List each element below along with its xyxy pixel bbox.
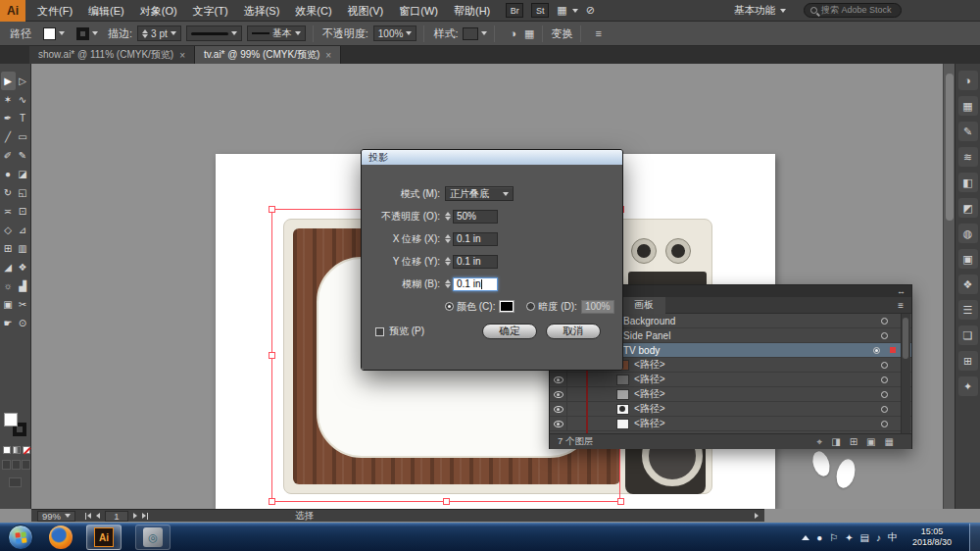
target-icon[interactable]	[881, 362, 888, 369]
dock-symbols-icon[interactable]: ❖	[958, 275, 978, 294]
layer-row-path[interactable]: <路径>	[550, 387, 911, 402]
color-radio[interactable]	[445, 302, 454, 311]
fill-color-swatch[interactable]	[4, 413, 18, 426]
target-icon[interactable]	[881, 406, 888, 413]
dock-color-guide-icon[interactable]: ▦	[958, 96, 978, 116]
show-desktop-button[interactable]	[969, 524, 980, 551]
tab-artboards[interactable]: 画板	[622, 297, 665, 314]
menu-item-edit[interactable]: 编辑(E)	[80, 0, 132, 22]
recolor-artwork-icon[interactable]: ◑	[510, 27, 516, 39]
scrollbar-thumb[interactable]	[946, 74, 954, 221]
dock-appearance-icon[interactable]: ◍	[958, 224, 978, 243]
y-offset-input[interactable]: 0.1 in	[453, 255, 498, 269]
illustrator-taskbar-button[interactable]: Ai	[86, 525, 122, 550]
tool-line-segment[interactable]: ╱	[1, 127, 16, 146]
shadow-color-swatch[interactable]	[499, 300, 514, 313]
control-panel-menu-icon[interactable]: ≡	[596, 27, 602, 39]
menu-item-object[interactable]: 对象(O)	[132, 0, 185, 22]
tool-hand[interactable]: ☛	[1, 314, 16, 332]
artwork-fragment[interactable]	[809, 449, 832, 478]
dock-artboards-icon[interactable]: ⊞	[958, 351, 978, 371]
opacity-stepper-icon[interactable]	[445, 212, 451, 221]
color-button[interactable]	[3, 446, 11, 454]
tab-tv-ai[interactable]: tv.ai* @ 99% (CMYK/预览) ×	[195, 46, 341, 64]
dock-gradient-icon[interactable]: ◧	[958, 173, 978, 192]
tray-network-icon[interactable]: ▤	[860, 532, 869, 543]
tool-lasso[interactable]: ∿	[16, 90, 30, 109]
firefox-taskbar-icon[interactable]	[49, 526, 73, 549]
target-icon[interactable]	[881, 332, 888, 339]
arrange-documents-icon[interactable]: ▦	[557, 4, 566, 17]
clipping-mask-icon[interactable]: ◨	[831, 436, 840, 448]
tool-scale[interactable]: ◱	[16, 183, 30, 202]
target-icon[interactable]	[881, 318, 888, 325]
menu-item-window[interactable]: 窗口(W)	[391, 0, 446, 22]
tool-eyedropper[interactable]: ◢	[1, 258, 16, 276]
tool-pencil[interactable]: ✎	[16, 146, 30, 165]
opacity-input[interactable]: 50%	[453, 210, 498, 224]
x-offset-stepper-icon[interactable]	[445, 234, 451, 243]
tv-knob-shape[interactable]	[631, 238, 657, 264]
ok-button[interactable]: 确定	[482, 324, 537, 339]
tv-knob-shape[interactable]	[665, 238, 691, 264]
preview-checkbox[interactable]	[375, 327, 384, 336]
show-hidden-icons[interactable]	[802, 535, 809, 540]
vertical-scrollbar[interactable]	[943, 64, 955, 509]
tray-antivirus-icon[interactable]: ✦	[845, 532, 853, 543]
selection-handle[interactable]	[269, 352, 275, 359]
system-clock[interactable]: 15:05 2018/8/30	[905, 526, 959, 548]
first-artboard-button[interactable]	[85, 513, 91, 520]
tool-mesh[interactable]: ⊞	[1, 239, 16, 258]
stroke-color-control[interactable]	[76, 27, 98, 40]
menu-item-effect[interactable]: 效果(C)	[287, 0, 339, 22]
draw-normal-button[interactable]	[2, 460, 11, 470]
draw-behind-button[interactable]	[12, 460, 21, 470]
dock-info-icon[interactable]: ✦	[958, 376, 978, 396]
dialog-title-bar[interactable]: 投影	[362, 150, 622, 165]
dock-layers-icon[interactable]: ❏	[958, 326, 978, 345]
layer-row-path[interactable]: <路径>	[550, 417, 911, 431]
target-icon[interactable]	[873, 347, 880, 354]
visibility-toggle[interactable]	[550, 402, 567, 416]
tray-action-center-icon[interactable]: ⚐	[829, 532, 838, 543]
tool-slice[interactable]: ✂	[16, 295, 30, 314]
tool-free-transform[interactable]: ⊡	[16, 202, 30, 221]
tray-update-icon[interactable]: ●	[816, 532, 822, 543]
tool-direct-selection[interactable]: ▷	[16, 72, 30, 90]
arrange-documents-caret-icon[interactable]	[572, 9, 578, 13]
selection-handle[interactable]	[269, 206, 275, 213]
darkness-radio[interactable]	[526, 302, 535, 311]
layer-row-path[interactable]: <路径>	[550, 402, 911, 417]
artwork-fragment[interactable]	[834, 457, 858, 489]
x-offset-input[interactable]: 0.1 in	[453, 232, 498, 246]
transform-link[interactable]: 变换	[552, 26, 573, 41]
new-layer-icon[interactable]: ▣	[866, 436, 875, 448]
tool-width[interactable]: ≍	[1, 202, 16, 221]
selection-handle[interactable]	[443, 498, 450, 505]
width-profile-dropdown[interactable]: 基本	[247, 25, 306, 41]
menu-item-view[interactable]: 视图(V)	[340, 0, 392, 22]
tray-ime-icon[interactable]: 中	[888, 530, 898, 544]
visibility-toggle[interactable]	[550, 373, 567, 386]
align-grid-icon[interactable]: ▦	[524, 27, 534, 40]
app-taskbar-button[interactable]: ◎	[135, 525, 171, 550]
screen-mode-button[interactable]	[9, 477, 22, 487]
tool-rectangle[interactable]: ▭	[16, 127, 30, 146]
selection-handle[interactable]	[617, 498, 624, 505]
tool-shape-builder[interactable]: ◇	[1, 221, 16, 239]
tool-gradient[interactable]: ▥	[16, 239, 30, 258]
tool-artboard[interactable]: ▣	[1, 295, 16, 314]
tray-volume-icon[interactable]: ♪	[876, 532, 881, 543]
next-artboard-button[interactable]	[133, 513, 137, 519]
menu-item-help[interactable]: 帮助(H)	[446, 0, 498, 22]
draw-inside-button[interactable]	[22, 460, 30, 470]
target-icon[interactable]	[881, 421, 888, 427]
close-icon[interactable]: ×	[179, 50, 185, 61]
start-button[interactable]	[8, 525, 33, 550]
scrollbar-thumb[interactable]	[903, 318, 908, 359]
brush-definition-dropdown[interactable]	[186, 25, 242, 41]
visibility-toggle[interactable]	[550, 387, 567, 401]
workspace-switcher[interactable]: 基本功能	[734, 4, 786, 18]
opacity-dropdown[interactable]: 100%	[373, 25, 417, 41]
tool-paintbrush[interactable]: ✐	[1, 146, 16, 165]
